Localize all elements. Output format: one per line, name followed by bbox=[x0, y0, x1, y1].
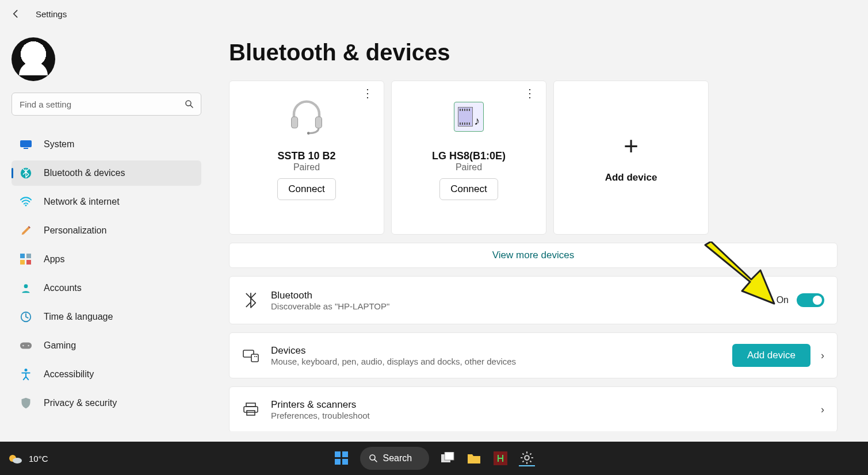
chevron-right-icon: › bbox=[821, 350, 824, 362]
svg-point-20 bbox=[254, 356, 255, 357]
svg-rect-11 bbox=[20, 343, 32, 349]
sidebar-item-label: Bluetooth & devices bbox=[44, 168, 125, 178]
taskbar-search[interactable]: Search bbox=[360, 447, 429, 470]
headset-icon bbox=[288, 90, 326, 143]
bluetooth-toggle[interactable] bbox=[797, 293, 824, 307]
svg-point-31 bbox=[370, 455, 375, 460]
row-subtitle: Discoverable as "HP-LAPTOP" bbox=[271, 301, 777, 311]
svg-rect-19 bbox=[251, 354, 258, 362]
devices-icon bbox=[242, 347, 259, 364]
taskbar-center: Search bbox=[334, 447, 535, 470]
svg-rect-23 bbox=[244, 407, 258, 412]
nav-list: System Bluetooth & devices Network & int… bbox=[12, 132, 201, 416]
add-device-card[interactable]: + Add device bbox=[553, 81, 709, 235]
monitor-icon bbox=[20, 138, 32, 151]
task-view-icon[interactable] bbox=[439, 450, 456, 466]
svg-rect-30 bbox=[342, 459, 348, 465]
avatar[interactable] bbox=[12, 37, 55, 81]
sidebar-item-bluetooth-devices[interactable]: Bluetooth & devices bbox=[12, 160, 201, 186]
row-subtitle: Preferences, troubleshoot bbox=[271, 411, 821, 420]
sidebar-item-personalization[interactable]: Personalization bbox=[12, 218, 201, 243]
back-arrow-icon[interactable] bbox=[10, 8, 22, 20]
svg-rect-28 bbox=[342, 451, 348, 457]
svg-point-26 bbox=[13, 458, 22, 463]
printers-settings-row[interactable]: Printers & scanners Preferences, trouble… bbox=[229, 386, 838, 431]
temperature-label: 10°C bbox=[29, 454, 48, 463]
person-icon bbox=[20, 282, 32, 294]
svg-rect-5 bbox=[20, 254, 25, 258]
toggle-state-label: On bbox=[777, 295, 789, 305]
printer-icon bbox=[242, 401, 259, 418]
plus-icon: + bbox=[624, 132, 638, 160]
svg-rect-8 bbox=[26, 260, 31, 265]
connect-button[interactable]: Connect bbox=[277, 178, 335, 200]
add-device-button[interactable]: Add device bbox=[732, 344, 810, 367]
view-more-devices-link[interactable]: View more devices bbox=[229, 243, 838, 268]
device-card: ⋮ ♪ LG HS8(B1:0E) Paired Connect bbox=[391, 81, 546, 235]
card-menu-icon[interactable]: ⋮ bbox=[362, 90, 373, 96]
search-icon bbox=[184, 99, 194, 109]
card-menu-icon[interactable]: ⋮ bbox=[524, 90, 536, 96]
taskbar-weather[interactable]: 10°C bbox=[7, 450, 48, 466]
sidebar-item-label: Privacy & security bbox=[44, 398, 117, 408]
svg-rect-22 bbox=[246, 403, 255, 407]
svg-rect-15 bbox=[292, 117, 298, 128]
svg-point-4 bbox=[25, 205, 27, 206]
main-content: Bluetooth & devices ⋮ SSTB 10 B2 Paired … bbox=[229, 32, 851, 431]
svg-point-13 bbox=[28, 345, 29, 347]
shield-icon bbox=[20, 397, 32, 409]
device-cards-row: ⋮ SSTB 10 B2 Paired Connect ⋮ ♪ LG HS8(B… bbox=[229, 81, 851, 235]
sidebar-item-label: Personalization bbox=[44, 225, 106, 236]
device-name: SSTB 10 B2 bbox=[277, 150, 335, 162]
sidebar-item-privacy-security[interactable]: Privacy & security bbox=[12, 390, 201, 416]
sidebar-item-label: Accessibility bbox=[44, 369, 94, 380]
row-title: Printers & scanners bbox=[271, 399, 821, 411]
media-device-icon: ♪ bbox=[454, 90, 484, 143]
search-input[interactable] bbox=[12, 93, 201, 116]
device-status: Paired bbox=[456, 162, 482, 173]
sidebar-item-system[interactable]: System bbox=[12, 132, 201, 157]
sidebar-item-time-language[interactable]: Time & language bbox=[12, 304, 201, 330]
sidebar-item-accessibility[interactable]: Accessibility bbox=[12, 362, 201, 387]
start-button[interactable] bbox=[334, 450, 350, 466]
file-explorer-icon[interactable] bbox=[466, 450, 482, 466]
sidebar-item-apps[interactable]: Apps bbox=[12, 247, 201, 272]
svg-rect-1 bbox=[20, 140, 32, 147]
svg-point-14 bbox=[25, 369, 28, 371]
device-status: Paired bbox=[293, 162, 320, 173]
sidebar-item-network[interactable]: Network & internet bbox=[12, 189, 201, 214]
sidebar-item-label: Network & internet bbox=[44, 197, 120, 207]
sidebar-item-label: Time & language bbox=[44, 312, 113, 322]
sidebar-item-label: System bbox=[44, 139, 74, 150]
wifi-icon bbox=[20, 196, 32, 208]
search-icon bbox=[368, 453, 378, 463]
page-title: Bluetooth & devices bbox=[229, 40, 851, 66]
svg-rect-2 bbox=[24, 148, 28, 149]
header-bar: Settings bbox=[0, 0, 868, 28]
bluetooth-icon bbox=[242, 292, 259, 309]
paintbrush-icon bbox=[20, 224, 32, 237]
settings-app-icon[interactable] bbox=[519, 450, 535, 466]
svg-point-17 bbox=[307, 132, 310, 135]
svg-rect-16 bbox=[315, 117, 322, 128]
svg-point-9 bbox=[24, 284, 28, 288]
sidebar-item-accounts[interactable]: Accounts bbox=[12, 275, 201, 301]
device-name: LG HS8(B1:0E) bbox=[432, 150, 506, 162]
svg-point-12 bbox=[22, 345, 24, 347]
sidebar-item-gaming[interactable]: Gaming bbox=[12, 333, 201, 358]
apps-grid-icon bbox=[20, 253, 32, 266]
chevron-right-icon: › bbox=[821, 404, 824, 416]
devices-settings-row[interactable]: Devices Mouse, keyboard, pen, audio, dis… bbox=[229, 332, 838, 378]
gamepad-icon bbox=[20, 339, 32, 352]
taskbar: 10°C Search bbox=[0, 442, 868, 475]
bluetooth-toggle-row: Bluetooth Discoverable as "HP-LAPTOP" On bbox=[229, 276, 838, 324]
svg-point-21 bbox=[256, 356, 257, 357]
taskbar-search-label: Search bbox=[383, 453, 412, 463]
app-icon[interactable] bbox=[492, 450, 508, 466]
svg-rect-33 bbox=[445, 452, 454, 460]
svg-rect-29 bbox=[335, 459, 341, 465]
sidebar-item-label: Accounts bbox=[44, 283, 82, 293]
connect-button[interactable]: Connect bbox=[439, 178, 498, 200]
row-subtitle: Mouse, keyboard, pen, audio, displays an… bbox=[271, 357, 732, 366]
sidebar: System Bluetooth & devices Network & int… bbox=[0, 32, 213, 419]
